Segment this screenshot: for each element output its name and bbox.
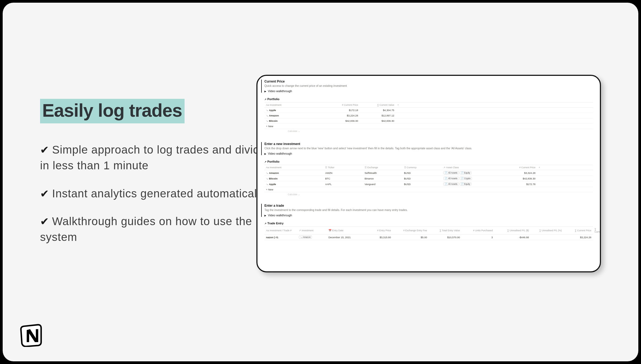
db-header-trade-entry[interactable]: ↗Trade Entry — [264, 222, 593, 225]
bullet-2-text: Instant analytics generated automaticall… — [52, 187, 266, 200]
page-icon: ↘ — [266, 177, 268, 180]
col-upl-dollar[interactable]: ∑ Unrealised P/L ($) — [494, 227, 530, 234]
table-row[interactable]: ↘Apple$172.18$4,304.75 — [264, 108, 593, 113]
bullet-1-text: Simple approach to log trades and divide… — [40, 143, 285, 172]
add-column[interactable]: + — [537, 165, 593, 170]
section-enter-trade: Enter a trade Tag the investment to the … — [261, 204, 593, 217]
section-title: Current Price — [264, 80, 593, 83]
check-icon: ✔ — [40, 214, 49, 229]
link-icon: ↗ — [264, 98, 267, 101]
section-title: Enter a new investment — [264, 142, 593, 146]
col-current-price[interactable]: # Current Price — [323, 103, 359, 108]
col-upl-pct[interactable]: ∑ Unrealised P/L (%) — [530, 227, 563, 234]
calculate-dropdown[interactable]: Calculate ⌄ — [264, 129, 323, 132]
col-asset-class[interactable]: ↗ Asset Class — [442, 165, 498, 170]
col-currency[interactable]: ☰ Currency — [402, 165, 442, 170]
bullet-3-text: Walkthrough guides on how to use the sys… — [40, 215, 252, 243]
page-icon: ↘ — [266, 172, 268, 174]
chevron-right-icon: ▶ — [264, 214, 266, 217]
page-icon: ↘ — [266, 183, 268, 186]
bullet-2: ✔Instant analytics generated automatical… — [40, 186, 286, 202]
chevron-right-icon: ▶ — [264, 90, 266, 93]
bullet-3: ✔Walkthrough guides on how to use the sy… — [40, 214, 286, 245]
new-row[interactable]: + New — [264, 124, 323, 129]
video-walkthrough-toggle[interactable]: ▶Video walkthrough — [264, 214, 593, 217]
video-link-text: Video walkthrough — [268, 214, 292, 217]
col-units[interactable]: # Units Purchased — [462, 227, 494, 234]
check-icon: ✔ — [40, 186, 49, 201]
section-title: Enter a trade — [264, 204, 593, 208]
section-enter-investment: Enter a new investment Click the drop do… — [261, 142, 593, 155]
check-icon: ✔ — [40, 142, 49, 157]
add-column[interactable]: + — [396, 103, 593, 108]
col-investment[interactable]: Aa Investment — [264, 103, 323, 108]
section-subtitle: Tag the investment to the corresponding … — [264, 208, 593, 212]
video-walkthrough-toggle[interactable]: ▶Video walkthrough — [264, 89, 593, 93]
trade-entry-table: Aa Investment / Trade # ↗ Investment 📅 E… — [264, 226, 593, 240]
video-walkthrough-toggle[interactable]: ▶Video walkthrough — [264, 152, 593, 155]
col-total-entry[interactable]: ∑ Total Entry Value — [429, 227, 462, 234]
link-icon: ↗ — [264, 161, 267, 163]
table-row[interactable]: ↘Bitcoin$42,839.30$42,839.30 — [264, 118, 593, 124]
col-exchange[interactable]: ☰ Exchange — [363, 165, 402, 170]
col-current-price[interactable]: ∑ Current Price — [563, 227, 593, 234]
link-icon: ↗ — [264, 222, 267, 225]
page-icon: ↘ — [266, 109, 268, 112]
notion-logo — [19, 323, 44, 348]
section-subtitle: Quick access to change the current price… — [264, 84, 593, 87]
notion-logo-icon — [19, 323, 44, 347]
table-row[interactable]: ↘Bitcoin BTC Binance $USD 📄All Assets📄Cr… — [264, 176, 593, 181]
table-row[interactable]: ↘Apple AAPL Vanguard $USD 📄All Assets📄Eq… — [264, 181, 593, 187]
bullet-list: ✔Simple approach to log trades and divid… — [40, 142, 286, 245]
chevron-right-icon: ▶ — [264, 152, 266, 155]
db-title-text: Portfolio — [267, 160, 279, 163]
section-current-price: Current Price Quick access to change the… — [261, 80, 593, 93]
slide: Easily log trades ✔Simple approach to lo… — [3, 3, 638, 361]
page-icon: ↘ — [266, 114, 268, 117]
bullet-1: ✔Simple approach to log trades and divid… — [40, 142, 286, 174]
video-link-text: Video walkthrough — [268, 152, 292, 155]
col-entry-date[interactable]: 📅 Entry Date — [327, 227, 363, 234]
table-row[interactable]: ↘Amazon$3,224.28$12,897.12 — [264, 113, 593, 118]
table-row[interactable]: nazon | #1 ↘Amazon December 15, 2021 $3,… — [264, 234, 593, 240]
col-current-value[interactable]: ∑ Current Value — [360, 103, 396, 108]
calculate-dropdown[interactable]: Calculate ⌄ — [264, 192, 323, 196]
portfolio-table-2: Aa Investment ☰ Ticker ☰ Exchange ☰ Curr… — [264, 165, 593, 192]
db-header-portfolio-2[interactable]: ↗Portfolio — [264, 160, 593, 163]
section-subtitle: Click the drop down arrow next to the bl… — [264, 147, 593, 150]
col-ticker[interactable]: ☰ Ticker — [323, 165, 363, 170]
col-investment[interactable]: ↗ Investment — [297, 227, 327, 234]
page-icon: ↘ — [266, 120, 268, 122]
video-link-text: Video walkthrough — [268, 89, 292, 93]
db-title-text: Portfolio — [267, 97, 279, 101]
table-row[interactable]: ↘Amazon AMZN SelfWealth $USD 📄All Assets… — [264, 170, 593, 176]
slide-heading: Easily log trades — [42, 100, 182, 121]
new-row[interactable]: + New — [264, 187, 323, 192]
db-title-text: Trade Entry — [267, 222, 284, 225]
heading-highlight: Easily log trades — [40, 99, 185, 123]
col-entry-price[interactable]: # Entry Price — [363, 227, 393, 234]
col-exchange-fee[interactable]: # Exchange Entry Fee — [393, 227, 429, 234]
col-trade-num[interactable]: Aa Investment / Trade # — [264, 227, 297, 234]
notion-window: Current Price Quick access to change the… — [256, 75, 601, 272]
col-current-price[interactable]: # Current Price — [498, 165, 537, 170]
col-investment[interactable]: Aa Investment — [264, 165, 323, 170]
portfolio-table-1: Aa Investment # Current Price ∑ Current … — [264, 102, 593, 129]
db-header-portfolio-1[interactable]: ↗Portfolio — [264, 97, 593, 101]
